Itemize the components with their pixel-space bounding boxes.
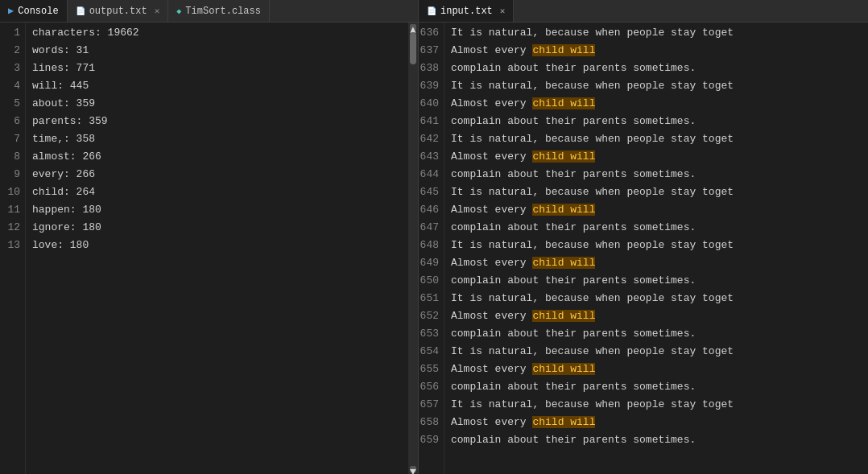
line-number: 9 bbox=[0, 166, 20, 183]
input-line: It is natural, because when people stay … bbox=[451, 396, 868, 414]
line-number: 7 bbox=[0, 130, 20, 148]
line-number: 639 bbox=[419, 77, 439, 95]
console-scrollbar[interactable]: ▲ ▼ bbox=[408, 23, 418, 474]
console-line: will: 445 bbox=[32, 77, 418, 95]
line-number: 638 bbox=[419, 60, 439, 77]
line-number: 650 bbox=[419, 272, 439, 290]
highlight-child-will: child will bbox=[532, 310, 595, 322]
input-line: It is natural, because when people stay … bbox=[451, 24, 868, 42]
scroll-down-arrow[interactable]: ▼ bbox=[410, 466, 416, 472]
line-number: 8 bbox=[0, 148, 20, 166]
input-line: complain about their parents sometimes. bbox=[451, 113, 868, 130]
input-line: It is natural, because when people stay … bbox=[451, 77, 868, 95]
console-line: parents: 359 bbox=[32, 113, 418, 130]
input-editor: 6366376386396406416426436446456466476486… bbox=[419, 23, 868, 474]
highlight-child-will: child will bbox=[532, 204, 595, 216]
line-number: 640 bbox=[419, 95, 439, 113]
highlight-child-will: child will bbox=[532, 257, 595, 269]
line-number: 649 bbox=[419, 254, 439, 272]
tab-input[interactable]: 📄 input.txt ✕ bbox=[419, 0, 514, 22]
tab-timsort-label: TimSort.class bbox=[185, 6, 261, 17]
tab-console[interactable]: ▶ Console bbox=[0, 0, 68, 22]
input-line: complain about their parents sometimes. bbox=[451, 431, 868, 449]
console-line-content: characters: 19662words: 31lines: 771will… bbox=[26, 23, 418, 474]
line-number: 658 bbox=[419, 414, 439, 431]
input-line: Almost every child will bbox=[451, 148, 868, 166]
console-line: characters: 19662 bbox=[32, 24, 418, 42]
tab-timsort[interactable]: ◆ TimSort.class bbox=[168, 0, 270, 22]
console-line: time,: 358 bbox=[32, 130, 418, 148]
line-number: 644 bbox=[419, 166, 439, 183]
line-number: 652 bbox=[419, 307, 439, 325]
input-line: complain about their parents sometimes. bbox=[451, 166, 868, 183]
input-line-content: It is natural, because when people stay … bbox=[444, 23, 868, 474]
right-tab-bar: 📄 input.txt ✕ bbox=[419, 0, 868, 23]
console-line: words: 31 bbox=[32, 42, 418, 60]
line-number: 647 bbox=[419, 219, 439, 237]
line-number: 12 bbox=[0, 219, 20, 237]
highlight-child-will: child will bbox=[532, 150, 595, 163]
input-line: complain about their parents sometimes. bbox=[451, 60, 868, 77]
class-icon: ◆ bbox=[176, 6, 181, 16]
close-input-icon[interactable]: ✕ bbox=[500, 6, 506, 16]
console-line: happen: 180 bbox=[32, 201, 418, 219]
input-line: Almost every child will bbox=[451, 361, 868, 378]
left-tab-bar: ▶ Console 📄 output.txt ✕ ◆ TimSort.class bbox=[0, 0, 418, 23]
input-line: Almost every child will bbox=[451, 414, 868, 431]
scroll-up-arrow[interactable]: ▲ bbox=[410, 24, 416, 31]
line-number: 655 bbox=[419, 361, 439, 378]
line-number: 642 bbox=[419, 130, 439, 148]
close-output-icon[interactable]: ✕ bbox=[155, 6, 160, 16]
console-line: child: 264 bbox=[32, 183, 418, 201]
input-line: complain about their parents sometimes. bbox=[451, 272, 868, 290]
line-number: 636 bbox=[419, 24, 439, 42]
line-number: 4 bbox=[0, 77, 20, 95]
console-icon: ▶ bbox=[8, 5, 14, 17]
line-number: 653 bbox=[419, 325, 439, 343]
console-line: every: 266 bbox=[32, 166, 418, 183]
line-number: 2 bbox=[0, 42, 20, 60]
line-number: 5 bbox=[0, 95, 20, 113]
line-number: 10 bbox=[0, 183, 20, 201]
input-line: complain about their parents sometimes. bbox=[451, 325, 868, 343]
tab-output[interactable]: 📄 output.txt ✕ bbox=[68, 0, 169, 22]
input-line: It is natural, because when people stay … bbox=[451, 237, 868, 254]
left-panel: ▶ Console 📄 output.txt ✕ ◆ TimSort.class… bbox=[0, 0, 419, 474]
input-line: Almost every child will bbox=[451, 254, 868, 272]
highlight-child-will: child will bbox=[532, 416, 595, 428]
input-txt-icon: 📄 bbox=[427, 6, 436, 16]
tab-input-label: input.txt bbox=[440, 6, 493, 17]
console-line: almost: 266 bbox=[32, 148, 418, 166]
console-line: about: 359 bbox=[32, 95, 418, 113]
input-line: It is natural, because when people stay … bbox=[451, 183, 868, 201]
line-number: 659 bbox=[419, 431, 439, 449]
highlight-child-will: child will bbox=[532, 363, 595, 375]
line-number: 641 bbox=[419, 113, 439, 130]
line-number: 656 bbox=[419, 378, 439, 396]
console-line: love: 180 bbox=[32, 237, 418, 254]
console-editor: 12345678910111213 characters: 19662words… bbox=[0, 23, 418, 474]
line-number: 1 bbox=[0, 24, 20, 42]
input-line-numbers: 6366376386396406416426436446456466476486… bbox=[419, 23, 444, 474]
console-scrollbar-thumb[interactable] bbox=[410, 32, 416, 64]
line-number: 654 bbox=[419, 343, 439, 361]
line-number: 657 bbox=[419, 396, 439, 414]
input-line: It is natural, because when people stay … bbox=[451, 343, 868, 361]
highlight-child-will: child will bbox=[532, 97, 595, 109]
right-panel: 📄 input.txt ✕ 63663763863964064164264364… bbox=[419, 0, 868, 474]
line-number: 643 bbox=[419, 148, 439, 166]
input-line: It is natural, because when people stay … bbox=[451, 130, 868, 148]
txt-icon: 📄 bbox=[76, 6, 85, 16]
input-line: Almost every child will bbox=[451, 42, 868, 60]
input-line: It is natural, because when people stay … bbox=[451, 290, 868, 307]
main-content: ▶ Console 📄 output.txt ✕ ◆ TimSort.class… bbox=[0, 0, 868, 474]
tab-output-label: output.txt bbox=[89, 6, 147, 17]
input-line: Almost every child will bbox=[451, 95, 868, 113]
line-number: 6 bbox=[0, 113, 20, 130]
input-line: complain about their parents sometimes. bbox=[451, 219, 868, 237]
line-number: 646 bbox=[419, 201, 439, 219]
line-number: 11 bbox=[0, 201, 20, 219]
input-line: Almost every child will bbox=[451, 307, 868, 325]
console-line: lines: 771 bbox=[32, 60, 418, 77]
input-line: Almost every child will bbox=[451, 201, 868, 219]
